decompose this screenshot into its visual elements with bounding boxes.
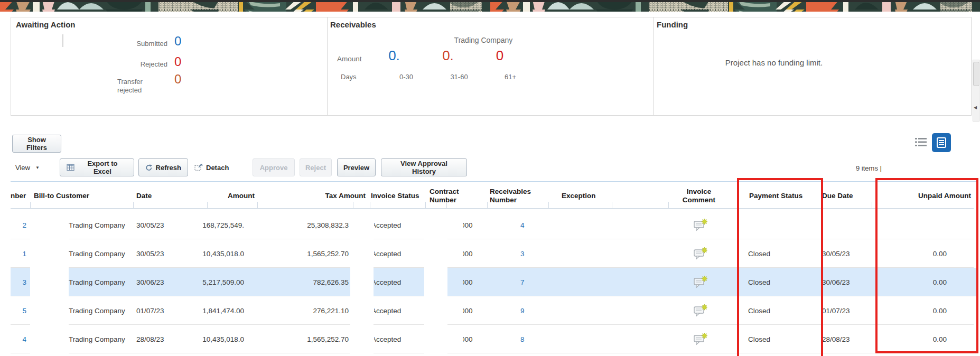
- unpaid-amount-cell: [893, 211, 947, 239]
- table-row-selected[interactable]: 3 Trading Company 30/06/23 5,217,509.00 …: [0, 268, 980, 296]
- awaiting-value-transfer-rejected[interactable]: 0: [174, 73, 181, 86]
- view-approval-history-label: View Approval History: [388, 160, 460, 175]
- payment-status-cell: [748, 211, 806, 239]
- col-header-number[interactable]: nber: [11, 184, 30, 208]
- add-comment-icon[interactable]: [691, 239, 710, 268]
- contract-number-cell: 000: [463, 239, 487, 268]
- receivables-bucket-0-30: 0-30: [385, 73, 427, 81]
- invoice-number-link[interactable]: 5: [11, 296, 26, 325]
- add-comment-icon[interactable]: [691, 268, 710, 296]
- table-row[interactable]: 4 Trading Company 28/08/23 10,435,018.0 …: [0, 325, 980, 353]
- bill-to-customer-cell: Trading Company: [69, 239, 135, 268]
- view-menu[interactable]: View ▼: [15, 158, 40, 176]
- scrollbar-thumb[interactable]: [973, 62, 979, 86]
- table-row[interactable]: 1 Trading Company 30/05/23 10,435,018.0 …: [0, 239, 980, 268]
- receivables-bucket-61plus: 61+: [489, 73, 531, 81]
- invoice-number-link[interactable]: 3: [11, 268, 26, 296]
- date-cell: 28/08/23: [136, 325, 181, 353]
- table-row[interactable]: 5 Trading Company 01/07/23 1,841,474.00 …: [0, 296, 980, 325]
- funding-message: Project has no funding limit.: [658, 58, 890, 67]
- payment-status-cell: Closed: [748, 296, 806, 325]
- receivables-number-link[interactable]: 7: [520, 268, 536, 296]
- view-menu-label: View: [15, 164, 30, 172]
- invoice-status-cell: Accepted: [374, 296, 423, 325]
- payment-status-cell: Closed: [748, 325, 806, 353]
- due-date-cell: 01/07/23: [822, 296, 865, 325]
- chevron-down-icon: ▼: [35, 165, 40, 170]
- receivables-days-label: Days: [341, 73, 357, 81]
- col-header-invoice-status[interactable]: Invoice Status: [371, 184, 424, 208]
- list-view-toggle[interactable]: [914, 136, 928, 148]
- reject-button[interactable]: Reject: [300, 158, 332, 176]
- col-header-bill-to-customer[interactable]: Bill-to Customer: [34, 184, 108, 208]
- detach-label: Detach: [206, 164, 229, 172]
- due-date-cell: 30/05/23: [822, 239, 865, 268]
- due-date-cell: 30/06/23: [822, 268, 865, 296]
- date-cell: 01/07/23: [136, 296, 181, 325]
- view-approval-history-button[interactable]: View Approval History: [381, 158, 467, 176]
- bill-to-customer-cell: Trading Company: [69, 325, 135, 353]
- receivables-amount-label: Amount: [337, 55, 362, 63]
- col-header-date[interactable]: Date: [136, 184, 168, 208]
- col-header-payment-status[interactable]: Payment Status: [749, 184, 815, 208]
- receivables-number-link[interactable]: 9: [520, 296, 536, 325]
- add-comment-icon[interactable]: [691, 325, 710, 353]
- receivables-amount-61plus[interactable]: 0: [479, 49, 521, 62]
- table-view-toggle-active[interactable]: [932, 133, 951, 152]
- export-to-excel-button[interactable]: Export to Excel: [60, 158, 134, 176]
- tax-amount-cell: 25,308,832.3: [288, 211, 349, 239]
- amount-cell: 10,435,018.0: [185, 325, 244, 353]
- panel-divider: [653, 17, 654, 115]
- invoice-status-cell: Accepted: [374, 211, 423, 239]
- receivables-amount-0-30[interactable]: 0.: [373, 49, 415, 62]
- receivables-amount-31-60[interactable]: 0.: [427, 49, 469, 62]
- col-header-invoice-comment[interactable]: Invoice Comment: [678, 184, 720, 208]
- detach-button[interactable]: Detach: [194, 158, 229, 176]
- bill-to-customer-cell: Trading Company: [69, 268, 135, 296]
- list-view-icon: [915, 137, 927, 147]
- awaiting-value-rejected[interactable]: 0: [174, 55, 181, 68]
- invoice-number-link[interactable]: 2: [11, 211, 26, 239]
- show-filters-button[interactable]: Show Filters: [12, 135, 61, 153]
- awaiting-label-transfer-rejected: Transfer rejected: [117, 78, 150, 95]
- unpaid-amount-cell: 0.00: [893, 325, 947, 353]
- table-view-icon: [936, 137, 947, 148]
- col-header-exception[interactable]: Exception: [562, 184, 604, 208]
- invoice-status-cell: Accepted: [374, 268, 423, 296]
- table-header-border: [11, 208, 974, 209]
- due-date-cell: [822, 211, 865, 239]
- add-comment-icon[interactable]: [691, 211, 710, 239]
- scrollbar-arrow-icon[interactable]: ◀: [974, 105, 977, 110]
- receivables-number-link[interactable]: 4: [520, 211, 536, 239]
- approve-button[interactable]: Approve: [253, 158, 295, 176]
- col-header-receivables-number[interactable]: Receivables Number: [490, 184, 542, 208]
- receivables-number-link[interactable]: 3: [520, 239, 536, 268]
- refresh-button[interactable]: Refresh: [138, 158, 188, 176]
- invoice-status-cell: Accepted: [374, 239, 423, 268]
- receivables-number-link[interactable]: 8: [520, 325, 536, 353]
- col-header-contract-number[interactable]: Contract Number: [430, 184, 468, 208]
- receivables-bucket-31-60: 31-60: [438, 73, 480, 81]
- col-header-tax-amount[interactable]: Tax Amount: [306, 184, 366, 208]
- payment-status-cell: Closed: [748, 268, 806, 296]
- table-row[interactable]: 2 Trading Company 30/05/23 168,725,549. …: [0, 211, 980, 239]
- invoices-page: Awaiting Action Submitted 0 Rejected 0 T…: [0, 0, 980, 356]
- preview-label: Preview: [343, 164, 369, 172]
- awaiting-action-title: Awaiting Action: [16, 20, 76, 29]
- unpaid-amount-cell: 0.00: [893, 296, 947, 325]
- invoice-number-link[interactable]: 1: [11, 239, 26, 268]
- preview-button[interactable]: Preview: [337, 158, 376, 176]
- contract-number-cell: 000: [463, 211, 487, 239]
- col-header-unpaid-amount[interactable]: Unpaid Amount: [898, 184, 971, 208]
- show-filters-label: Show Filters: [19, 136, 54, 152]
- invoice-number-link[interactable]: 4: [11, 325, 26, 353]
- refresh-icon: [145, 164, 153, 172]
- panel-divider: [327, 17, 328, 115]
- due-date-cell: 28/08/23: [822, 325, 865, 353]
- unpaid-amount-cell: 0.00: [893, 239, 947, 268]
- add-comment-icon[interactable]: [691, 296, 710, 325]
- col-header-amount[interactable]: Amount: [207, 184, 255, 208]
- awaiting-value-submitted[interactable]: 0: [174, 35, 181, 48]
- reject-label: Reject: [305, 164, 326, 172]
- col-header-due-date[interactable]: Due Date: [822, 184, 860, 208]
